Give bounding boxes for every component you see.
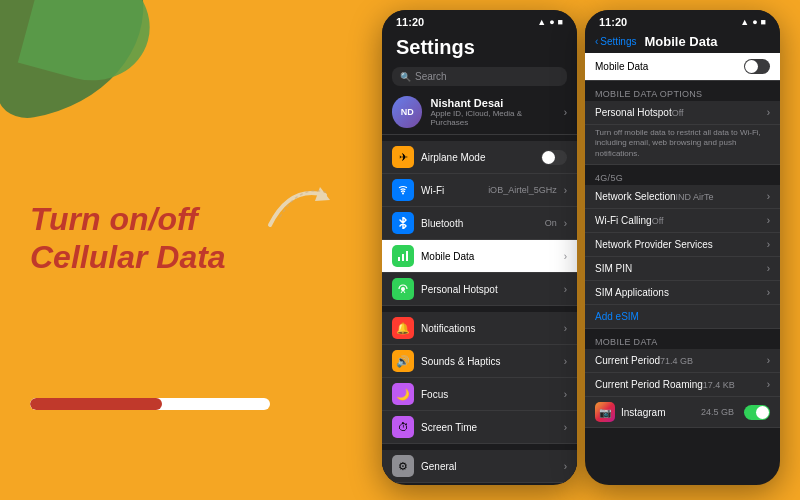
phone-mobile-data: 11:20 ▲ ● ■ ‹ Settings Mobile Data Mobil… xyxy=(585,10,780,485)
title-line2: Cellular Data xyxy=(30,239,226,275)
back-button[interactable]: ‹ Settings xyxy=(595,36,636,47)
airplane-mode-toggle[interactable] xyxy=(541,150,567,165)
airplane-mode-icon: ✈ xyxy=(392,146,414,168)
screen-time-chevron: › xyxy=(564,422,567,433)
sim-apps-label: SIM Applications xyxy=(595,287,669,298)
sim-pin-row[interactable]: SIM PIN › xyxy=(585,257,780,281)
list-item[interactable]: Personal Hotspot › xyxy=(382,273,577,306)
left-text-area: Turn on/off Cellular Data xyxy=(30,200,270,277)
wifi-calling-label: Wi-Fi Calling xyxy=(595,215,652,226)
mobile-data-header: ‹ Settings Mobile Data xyxy=(585,30,780,53)
wifi-icon xyxy=(392,179,414,201)
mobile-data-toggle-label: Mobile Data xyxy=(595,61,648,72)
general-icon: ⚙ xyxy=(392,455,414,477)
current-period-roaming-label: Current Period Roaming xyxy=(595,379,703,390)
screen-time-label: Screen Time xyxy=(421,422,557,433)
general-chevron: › xyxy=(564,461,567,472)
current-period-roaming-value: 17.4 KB xyxy=(703,380,735,390)
instagram-label: Instagram xyxy=(621,407,695,418)
wifi-calling-row[interactable]: Wi-Fi Calling Off › xyxy=(585,209,780,233)
sim-pin-chevron: › xyxy=(767,263,770,274)
sim-apps-chevron: › xyxy=(767,287,770,298)
plant-decoration xyxy=(0,0,160,120)
sounds-label: Sounds & Haptics xyxy=(421,356,557,367)
section-header-mobile-data-stats: MOBILE DATA xyxy=(585,329,780,349)
personal-hotspot-label: Personal Hotspot xyxy=(595,107,672,118)
phones-container: 11:20 ▲ ● ■ Settings 🔍 Search ND Nishant… xyxy=(382,10,780,485)
notifications-icon: 🔔 xyxy=(392,317,414,339)
personal-hotspot-row[interactable]: Personal Hotspot Off › xyxy=(585,101,780,125)
list-item[interactable]: ✈ Airplane Mode xyxy=(382,141,577,174)
instagram-icon: 📷 xyxy=(595,402,615,422)
screen-time-icon: ⏱ xyxy=(392,416,414,438)
bluetooth-icon xyxy=(392,212,414,234)
current-period-chevron: › xyxy=(767,355,770,366)
status-time-left: 11:20 xyxy=(396,16,424,28)
arrow-decoration xyxy=(260,175,340,245)
current-period-roaming-row: Current Period Roaming 17.4 KB › xyxy=(585,373,780,397)
profile-row[interactable]: ND Nishant Desai Apple ID, iCloud, Media… xyxy=(382,90,577,135)
current-period-row: Current Period 71.4 GB › xyxy=(585,349,780,373)
mobile-data-toggle-row[interactable]: Mobile Data xyxy=(585,53,780,81)
network-selection-chevron: › xyxy=(767,191,770,202)
wifi-status-icon: ● xyxy=(549,17,554,27)
instagram-toggle[interactable] xyxy=(744,405,770,420)
avatar: ND xyxy=(392,96,422,128)
signal-icon-r: ▲ xyxy=(740,17,749,27)
bluetooth-label: Bluetooth xyxy=(421,218,538,229)
svg-rect-3 xyxy=(402,254,404,261)
notifications-label: Notifications xyxy=(421,323,557,334)
status-icons-right: ▲ ● ■ xyxy=(740,17,766,27)
list-item[interactable]: 🔔 Notifications › xyxy=(382,312,577,345)
current-period-label: Current Period xyxy=(595,355,660,366)
svg-rect-4 xyxy=(406,251,408,261)
list-item[interactable]: 🔊 Sounds & Haptics › xyxy=(382,345,577,378)
status-icons-left: ▲ ● ■ xyxy=(537,17,563,27)
svg-point-1 xyxy=(402,193,404,195)
avatar-initials: ND xyxy=(401,107,414,117)
personal-hotspot-value: Off xyxy=(672,108,684,118)
network-provider-label: Network Provider Services xyxy=(595,239,713,250)
sim-apps-row[interactable]: SIM Applications › xyxy=(585,281,780,305)
personal-hotspot-chevron: › xyxy=(767,107,770,118)
list-item[interactable]: Bluetooth On › xyxy=(382,207,577,240)
phone-settings: 11:20 ▲ ● ■ Settings 🔍 Search ND Nishant… xyxy=(382,10,577,485)
svg-rect-2 xyxy=(398,257,400,261)
section-header-4g5g: 4G/5G xyxy=(585,165,780,185)
list-item[interactable]: Wi-Fi iOB_Airtel_5GHz › xyxy=(382,174,577,207)
section-header-options: Mobile Data Options xyxy=(585,81,780,101)
profile-chevron: › xyxy=(564,107,567,118)
wifi-label: Wi-Fi xyxy=(421,185,481,196)
list-item[interactable]: Mobile Data › xyxy=(382,240,577,273)
sounds-icon: 🔊 xyxy=(392,350,414,372)
list-item[interactable]: ⚙ General › xyxy=(382,450,577,483)
network-selection-label: Network Selection xyxy=(595,191,676,202)
back-chevron-icon: ‹ xyxy=(595,36,598,47)
search-placeholder: Search xyxy=(415,71,447,82)
wifi-icon-r: ● xyxy=(752,17,757,27)
notifications-chevron: › xyxy=(564,323,567,334)
focus-label: Focus xyxy=(421,389,557,400)
current-period-value: 71.4 GB xyxy=(660,356,693,366)
battery-icon: ■ xyxy=(558,17,563,27)
profile-info: Nishant Desai Apple ID, iCloud, Media & … xyxy=(430,97,555,127)
settings-title: Settings xyxy=(396,36,563,59)
network-provider-row[interactable]: Network Provider Services › xyxy=(585,233,780,257)
status-time-right: 11:20 xyxy=(599,16,627,28)
list-item[interactable]: ⏱ Screen Time › xyxy=(382,411,577,444)
add-esim-button[interactable]: Add eSIM xyxy=(585,305,780,329)
progress-bar-fill xyxy=(30,398,162,410)
instagram-row[interactable]: 📷 Instagram 24.5 GB xyxy=(585,397,780,428)
settings-header: Settings xyxy=(382,30,577,63)
network-selection-row[interactable]: Network Selection IND AirTe › xyxy=(585,185,780,209)
search-bar[interactable]: 🔍 Search xyxy=(392,67,567,86)
network-selection-value: IND AirTe xyxy=(676,192,714,202)
mobile-data-main-toggle[interactable] xyxy=(744,59,770,74)
screen-title: Mobile Data xyxy=(644,34,717,49)
list-item[interactable]: 🌙 Focus › xyxy=(382,378,577,411)
add-esim-label: Add eSIM xyxy=(595,311,639,322)
current-period-roaming-chevron: › xyxy=(767,379,770,390)
battery-icon-r: ■ xyxy=(761,17,766,27)
title-line1: Turn on/off xyxy=(30,201,198,237)
mobile-data-icon xyxy=(392,245,414,267)
